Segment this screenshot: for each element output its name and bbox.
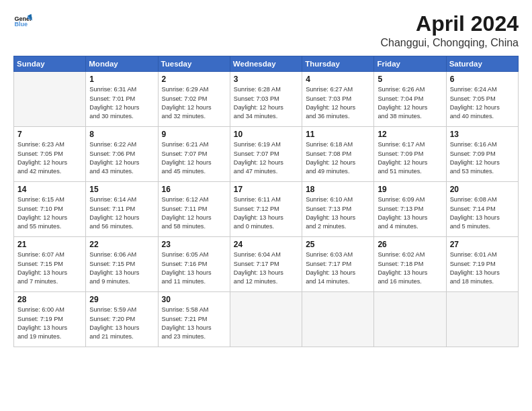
- day-number: 14: [17, 185, 82, 194]
- day-info: Sunrise: 6:07 AMSunset: 7:15 PMDaylight:…: [17, 250, 82, 286]
- day-number: 5: [378, 75, 442, 84]
- table-row: 12Sunrise: 6:17 AMSunset: 7:09 PMDayligh…: [374, 127, 446, 182]
- page: General Blue April 2024 Changgui, Chongq…: [0, 0, 532, 411]
- table-row: 24Sunrise: 6:04 AMSunset: 7:17 PMDayligh…: [230, 237, 302, 292]
- header: General Blue April 2024 Changgui, Chongq…: [13, 12, 519, 49]
- header-thursday: Thursday: [302, 56, 374, 72]
- day-info: Sunrise: 6:10 AMSunset: 7:13 PMDaylight:…: [306, 195, 370, 231]
- day-info: Sunrise: 6:03 AMSunset: 7:17 PMDaylight:…: [306, 250, 370, 286]
- day-info: Sunrise: 6:15 AMSunset: 7:10 PMDaylight:…: [17, 195, 82, 231]
- table-row: 27Sunrise: 6:01 AMSunset: 7:19 PMDayligh…: [446, 237, 518, 292]
- table-row: 17Sunrise: 6:11 AMSunset: 7:12 PMDayligh…: [230, 182, 302, 237]
- day-number: 12: [378, 130, 442, 139]
- table-row: 8Sunrise: 6:22 AMSunset: 7:06 PMDaylight…: [86, 127, 158, 182]
- day-info: Sunrise: 6:27 AMSunset: 7:03 PMDaylight:…: [306, 85, 370, 121]
- header-wednesday: Wednesday: [230, 56, 302, 72]
- header-monday: Monday: [86, 56, 158, 72]
- day-number: 15: [89, 185, 154, 194]
- header-friday: Friday: [374, 56, 446, 72]
- day-number: 13: [450, 130, 515, 139]
- day-number: 30: [162, 295, 226, 304]
- day-info: Sunrise: 6:01 AMSunset: 7:19 PMDaylight:…: [450, 250, 515, 286]
- calendar-week-row: 7Sunrise: 6:23 AMSunset: 7:05 PMDaylight…: [14, 127, 519, 182]
- day-number: 6: [450, 75, 515, 84]
- day-info: Sunrise: 6:11 AMSunset: 7:12 PMDaylight:…: [234, 195, 298, 231]
- table-row: 25Sunrise: 6:03 AMSunset: 7:17 PMDayligh…: [302, 237, 374, 292]
- calendar-header-row: Sunday Monday Tuesday Wednesday Thursday…: [14, 56, 519, 72]
- day-info: Sunrise: 6:06 AMSunset: 7:15 PMDaylight:…: [89, 250, 154, 286]
- day-info: Sunrise: 6:31 AMSunset: 7:01 PMDaylight:…: [89, 85, 154, 121]
- table-row: 15Sunrise: 6:14 AMSunset: 7:11 PMDayligh…: [86, 182, 158, 237]
- table-row: 20Sunrise: 6:08 AMSunset: 7:14 PMDayligh…: [446, 182, 518, 237]
- table-row: 14Sunrise: 6:15 AMSunset: 7:10 PMDayligh…: [14, 182, 86, 237]
- day-info: Sunrise: 6:18 AMSunset: 7:08 PMDaylight:…: [306, 140, 370, 176]
- day-number: 17: [234, 185, 298, 194]
- logo-icon: General Blue: [13, 12, 32, 31]
- day-number: 8: [89, 130, 154, 139]
- day-number: 27: [450, 240, 515, 249]
- table-row: 26Sunrise: 6:02 AMSunset: 7:18 PMDayligh…: [374, 237, 446, 292]
- table-row: 4Sunrise: 6:27 AMSunset: 7:03 PMDaylight…: [302, 72, 374, 127]
- table-row: 10Sunrise: 6:19 AMSunset: 7:07 PMDayligh…: [230, 127, 302, 182]
- day-info: Sunrise: 5:58 AMSunset: 7:21 PMDaylight:…: [162, 306, 226, 341]
- day-number: 24: [234, 240, 298, 249]
- table-row: 1Sunrise: 6:31 AMSunset: 7:01 PMDaylight…: [86, 72, 158, 127]
- table-row: 19Sunrise: 6:09 AMSunset: 7:13 PMDayligh…: [374, 182, 446, 237]
- calendar-week-row: 14Sunrise: 6:15 AMSunset: 7:10 PMDayligh…: [14, 182, 519, 237]
- day-number: 21: [17, 240, 82, 249]
- table-row: 22Sunrise: 6:06 AMSunset: 7:15 PMDayligh…: [86, 237, 158, 292]
- table-row: 3Sunrise: 6:28 AMSunset: 7:03 PMDaylight…: [230, 72, 302, 127]
- header-sunday: Sunday: [14, 56, 86, 72]
- day-info: Sunrise: 6:19 AMSunset: 7:07 PMDaylight:…: [234, 140, 298, 176]
- table-row: 13Sunrise: 6:16 AMSunset: 7:09 PMDayligh…: [446, 127, 518, 182]
- month-title: April 2024: [381, 12, 519, 36]
- day-info: Sunrise: 6:29 AMSunset: 7:02 PMDaylight:…: [162, 85, 226, 121]
- table-row: 23Sunrise: 6:05 AMSunset: 7:16 PMDayligh…: [158, 237, 230, 292]
- table-row: 18Sunrise: 6:10 AMSunset: 7:13 PMDayligh…: [302, 182, 374, 237]
- day-info: Sunrise: 6:24 AMSunset: 7:05 PMDaylight:…: [450, 85, 515, 121]
- day-info: Sunrise: 6:28 AMSunset: 7:03 PMDaylight:…: [234, 85, 298, 121]
- day-number: 7: [17, 130, 82, 139]
- day-number: 25: [306, 240, 370, 249]
- day-info: Sunrise: 6:21 AMSunset: 7:07 PMDaylight:…: [162, 140, 226, 176]
- location-title: Changgui, Chongqing, China: [381, 37, 519, 49]
- table-row: [374, 292, 446, 347]
- day-number: 3: [234, 75, 298, 84]
- day-number: 20: [450, 185, 515, 194]
- day-info: Sunrise: 6:04 AMSunset: 7:17 PMDaylight:…: [234, 250, 298, 286]
- logo: General Blue: [13, 12, 32, 31]
- table-row: 16Sunrise: 6:12 AMSunset: 7:11 PMDayligh…: [158, 182, 230, 237]
- day-info: Sunrise: 6:12 AMSunset: 7:11 PMDaylight:…: [162, 195, 226, 231]
- day-info: Sunrise: 6:05 AMSunset: 7:16 PMDaylight:…: [162, 250, 226, 286]
- svg-text:Blue: Blue: [14, 21, 28, 28]
- calendar-week-row: 28Sunrise: 6:00 AMSunset: 7:19 PMDayligh…: [14, 292, 519, 347]
- day-info: Sunrise: 6:09 AMSunset: 7:13 PMDaylight:…: [378, 195, 442, 231]
- day-info: Sunrise: 6:16 AMSunset: 7:09 PMDaylight:…: [450, 140, 515, 176]
- day-info: Sunrise: 6:14 AMSunset: 7:11 PMDaylight:…: [89, 195, 154, 231]
- day-number: 23: [162, 240, 226, 249]
- calendar-week-row: 21Sunrise: 6:07 AMSunset: 7:15 PMDayligh…: [14, 237, 519, 292]
- table-row: [14, 72, 86, 127]
- day-number: 28: [17, 295, 82, 304]
- day-info: Sunrise: 6:08 AMSunset: 7:14 PMDaylight:…: [450, 195, 515, 231]
- day-number: 1: [89, 75, 154, 84]
- day-info: Sunrise: 6:17 AMSunset: 7:09 PMDaylight:…: [378, 140, 442, 176]
- table-row: 21Sunrise: 6:07 AMSunset: 7:15 PMDayligh…: [14, 237, 86, 292]
- table-row: 11Sunrise: 6:18 AMSunset: 7:08 PMDayligh…: [302, 127, 374, 182]
- day-number: 26: [378, 240, 442, 249]
- day-info: Sunrise: 6:02 AMSunset: 7:18 PMDaylight:…: [378, 250, 442, 286]
- day-info: Sunrise: 6:26 AMSunset: 7:04 PMDaylight:…: [378, 85, 442, 121]
- day-number: 4: [306, 75, 370, 84]
- day-number: 11: [306, 130, 370, 139]
- table-row: 29Sunrise: 5:59 AMSunset: 7:20 PMDayligh…: [86, 292, 158, 347]
- day-number: 22: [89, 240, 154, 249]
- day-info: Sunrise: 5:59 AMSunset: 7:20 PMDaylight:…: [89, 306, 154, 341]
- day-info: Sunrise: 6:00 AMSunset: 7:19 PMDaylight:…: [17, 306, 82, 341]
- day-number: 18: [306, 185, 370, 194]
- day-info: Sunrise: 6:22 AMSunset: 7:06 PMDaylight:…: [89, 140, 154, 176]
- calendar-week-row: 1Sunrise: 6:31 AMSunset: 7:01 PMDaylight…: [14, 72, 519, 127]
- table-row: 7Sunrise: 6:23 AMSunset: 7:05 PMDaylight…: [14, 127, 86, 182]
- table-row: [230, 292, 302, 347]
- table-row: 2Sunrise: 6:29 AMSunset: 7:02 PMDaylight…: [158, 72, 230, 127]
- day-info: Sunrise: 6:23 AMSunset: 7:05 PMDaylight:…: [17, 140, 82, 176]
